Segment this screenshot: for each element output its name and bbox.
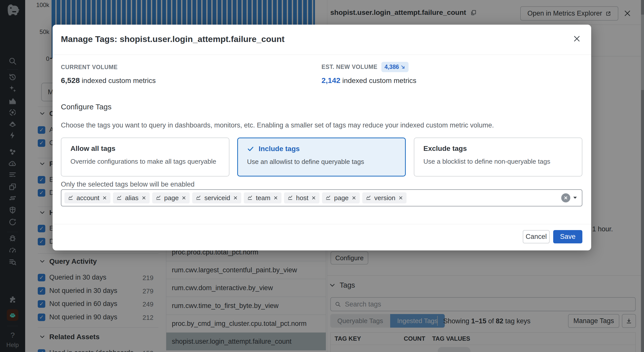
tag-chip-label: team — [256, 194, 270, 202]
tag-allowlist-field[interactable]: account alias page serviceid team — [61, 189, 582, 206]
tag-chip-label: account — [76, 194, 99, 202]
option-description: Override configurations to make all tags… — [70, 158, 216, 165]
remove-tag-icon[interactable] — [273, 196, 278, 200]
line-chart-icon — [196, 195, 201, 201]
metrics-summary-screen: $ ? — [0, 0, 644, 352]
configure-tags-description: Choose the tags you want to query in das… — [61, 121, 494, 129]
line-chart-icon — [116, 195, 122, 201]
remove-tag-icon[interactable] — [142, 196, 146, 200]
remove-tag-icon[interactable] — [233, 196, 238, 200]
manage-tags-modal: Manage Tags: shopist.user.login_attempt.… — [53, 25, 591, 250]
option-title: Exclude tags — [423, 145, 467, 153]
line-chart-icon — [68, 195, 73, 201]
line-chart-icon — [326, 195, 331, 201]
tag-chip: alias — [113, 192, 149, 203]
clear-all-tags-icon[interactable] — [561, 193, 570, 202]
line-chart-icon — [156, 195, 161, 201]
tag-chip: page — [322, 192, 360, 203]
tag-chip: account — [64, 192, 110, 203]
divider — [53, 224, 591, 224]
tag-chip: team — [244, 192, 281, 203]
volume-delta-badge: 4,386 — [381, 62, 409, 72]
est-new-volume-label: EST. NEW VOLUME — [321, 64, 377, 70]
close-modal-icon[interactable] — [573, 35, 581, 43]
line-chart-icon — [366, 195, 371, 201]
option-title: Allow all tags — [70, 145, 115, 153]
check-icon — [247, 145, 254, 152]
arrow-down-right-icon — [400, 65, 406, 70]
option-card-exclude-tags[interactable]: Exclude tags Use a blocklist to define n… — [414, 138, 582, 177]
line-chart-icon — [288, 195, 293, 201]
remove-tag-icon[interactable] — [182, 196, 186, 200]
tag-chip-label: page — [164, 194, 179, 202]
option-description: Use an allowlist to define queryable tag… — [247, 158, 364, 166]
current-volume-value: 6,528 indexed custom metrics — [61, 76, 156, 85]
tag-chip-label: page — [334, 194, 349, 202]
remove-tag-icon[interactable] — [102, 196, 107, 200]
tag-chip: version — [362, 192, 407, 203]
remove-tag-icon[interactable] — [352, 196, 356, 200]
remove-tag-icon[interactable] — [311, 196, 316, 200]
modal-title: Manage Tags: shopist.user.login_attempt.… — [61, 34, 285, 44]
option-title: Include tags — [259, 145, 300, 153]
cancel-button[interactable]: Cancel — [523, 230, 550, 243]
divider — [53, 55, 591, 55]
est-new-volume-row: EST. NEW VOLUME 4,386 — [321, 62, 409, 72]
current-volume-label: CURRENT VOLUME — [61, 64, 118, 71]
tag-chip-label: serviceid — [204, 194, 230, 202]
tag-chip: serviceid — [192, 192, 241, 203]
est-new-volume-value: 2,142 indexed custom metrics — [321, 76, 416, 85]
option-card-allow-all-tags[interactable]: Allow all tags Override configurations t… — [61, 138, 229, 177]
tag-chip-label: version — [374, 194, 395, 202]
tag-chip-label: host — [296, 194, 308, 202]
configure-tags-heading: Configure Tags — [61, 103, 111, 111]
allowlist-note: Only the selected tags below will be ena… — [61, 181, 194, 188]
save-button-label: Save — [560, 233, 576, 241]
option-description: Use a blocklist to define non-queryable … — [423, 158, 550, 165]
tag-chip: host — [284, 192, 319, 203]
dropdown-caret-icon[interactable] — [573, 196, 577, 199]
save-button[interactable]: Save — [553, 230, 582, 243]
tag-chip: page — [152, 192, 190, 203]
option-card-include-tags[interactable]: Include tags Use an allowlist to define … — [237, 138, 406, 177]
tag-chip-label: alias — [125, 194, 138, 202]
line-chart-icon — [247, 195, 253, 201]
remove-tag-icon[interactable] — [398, 196, 403, 200]
cancel-button-label: Cancel — [526, 233, 547, 241]
